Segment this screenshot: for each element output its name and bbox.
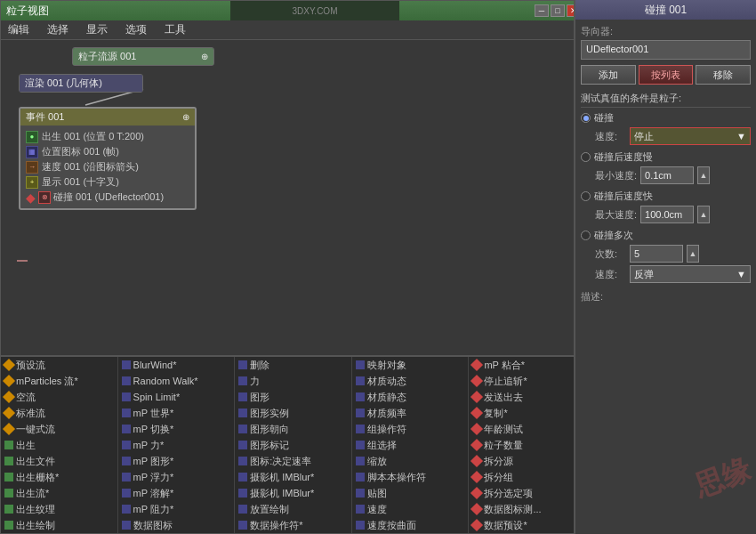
- flow-item[interactable]: mParticles 流*: [1, 373, 117, 389]
- square-icon: [356, 505, 365, 514]
- flow-item[interactable]: 出生绘制: [1, 517, 117, 533]
- collision-radio[interactable]: 碰撞: [581, 111, 751, 125]
- render-node[interactable]: 渲染 001 (几何体): [19, 74, 143, 93]
- flow-item[interactable]: 力: [235, 373, 351, 389]
- add-button[interactable]: 添加: [581, 65, 636, 85]
- slow-radio-label: 碰撞后速度慢: [594, 150, 653, 164]
- square-icon: [238, 489, 247, 498]
- flow-item[interactable]: 材质动态: [352, 373, 469, 389]
- square-icon: [4, 441, 13, 449]
- flow-item[interactable]: 数据图标: [118, 517, 235, 533]
- condition-label: 测试真值的条件是粒子:: [581, 92, 751, 108]
- flow-item[interactable]: 材质静态: [352, 389, 469, 405]
- flow-item[interactable]: 拆分选定项: [469, 485, 585, 501]
- flow-item[interactable]: 组操作符: [352, 421, 469, 437]
- flow-item[interactable]: mP 世界*: [118, 405, 235, 421]
- flow-item[interactable]: 空流: [1, 389, 117, 405]
- flow-item[interactable]: 贴图: [352, 485, 469, 501]
- flow-item[interactable]: 图形实例: [235, 405, 351, 421]
- flow-item[interactable]: mP 切换*: [118, 421, 235, 437]
- flow-item[interactable]: 年龄测试: [469, 421, 585, 437]
- flow-item[interactable]: 图形: [235, 389, 351, 405]
- flow-item[interactable]: 数据图标测...: [469, 501, 585, 517]
- remove-button[interactable]: 移除: [696, 65, 751, 85]
- flow-item[interactable]: 缩放: [352, 453, 469, 469]
- flow-column-1: 预设流 mParticles 流* 空流 标准流 一键式流 出生: [1, 357, 118, 533]
- flow-item[interactable]: 材质频率: [352, 405, 469, 421]
- flow-item[interactable]: 脚本本操作符: [352, 469, 469, 485]
- flow-item[interactable]: 速度: [352, 501, 469, 517]
- flow-item-random[interactable]: Random Walk*: [118, 373, 235, 389]
- menubar: 编辑 选择 显示 选项 工具: [1, 20, 586, 40]
- flow-item[interactable]: mP 浮力*: [118, 469, 235, 485]
- times-up[interactable]: ▲: [687, 245, 699, 263]
- flow-item[interactable]: 摄影机 IMBlur*: [235, 485, 351, 501]
- window-title: 粒子视图: [6, 4, 49, 19]
- menu-edit[interactable]: 编辑: [4, 20, 33, 39]
- min-speed-value[interactable]: 0.1cm: [640, 166, 694, 184]
- flow-item[interactable]: 数据操作符*: [235, 517, 351, 533]
- min-speed-up[interactable]: ▲: [697, 166, 710, 184]
- flow-item[interactable]: mP 溶解*: [118, 485, 235, 501]
- speed-dropdown[interactable]: 停止 ▼: [630, 127, 751, 145]
- flow-item[interactable]: 拆分组: [469, 469, 585, 485]
- square-icon: [122, 521, 131, 530]
- flow-item[interactable]: BlurWind*: [118, 357, 235, 373]
- flow-item[interactable]: 复制*: [469, 405, 585, 421]
- fast-radio[interactable]: 碰撞后速度快: [581, 190, 751, 203]
- menu-select[interactable]: 选择: [44, 20, 72, 39]
- flow-item[interactable]: 拆分源: [469, 453, 585, 469]
- flow-item[interactable]: 出生流*: [1, 485, 117, 501]
- flow-item[interactable]: 摄影机 IMBlur*: [235, 469, 351, 485]
- flow-item[interactable]: 出生: [1, 437, 117, 453]
- list-button[interactable]: 按列表: [639, 65, 694, 85]
- flow-item[interactable]: 发送出去: [469, 389, 585, 405]
- flow-item[interactable]: 删除: [235, 357, 351, 373]
- flow-item[interactable]: Spin Limit*: [118, 389, 235, 405]
- minimize-button[interactable]: ─: [535, 4, 549, 17]
- flow-item[interactable]: 图形朝向: [235, 421, 351, 437]
- flow-item[interactable]: 速度按曲面: [352, 517, 469, 533]
- slow-radio[interactable]: 碰撞后速度慢: [581, 150, 751, 164]
- speed-icon: →: [26, 161, 38, 174]
- source-node[interactable]: 粒子流源 001 ⊕: [72, 47, 214, 66]
- flow-column-3: 删除 力 图形 图形实例 图形朝向 图形标记: [235, 357, 352, 533]
- flow-item[interactable]: 出生栅格*: [1, 469, 117, 485]
- menu-options[interactable]: 选项: [122, 20, 150, 39]
- square-icon: [356, 489, 365, 498]
- flow-item[interactable]: 标准流: [1, 405, 117, 421]
- flow-item[interactable]: 出生文件: [1, 453, 117, 469]
- display-icon: +: [26, 176, 38, 189]
- flow-item[interactable]: mP 阻力*: [118, 501, 235, 517]
- max-speed-up[interactable]: ▲: [697, 206, 710, 223]
- multiple-radio[interactable]: 碰撞多次: [581, 229, 751, 242]
- flow-item[interactable]: 预设流: [1, 357, 117, 373]
- times-value[interactable]: 5: [630, 245, 683, 263]
- flow-item[interactable]: 图标:决定速率: [235, 453, 351, 469]
- flow-item[interactable]: 出生纹理: [1, 501, 117, 517]
- event-node[interactable]: 事件 001 ⊕ ● 出生 001 (位置 0 T:200) ▦ 位置图标 00…: [19, 107, 197, 210]
- flow-item[interactable]: 图形标记: [235, 437, 351, 453]
- flow-item[interactable]: 数据预设*: [469, 517, 585, 533]
- flow-item[interactable]: 粒子数量: [469, 437, 585, 453]
- restore-button[interactable]: □: [551, 4, 565, 17]
- flow-item[interactable]: 放置绘制: [235, 501, 351, 517]
- square-icon: [238, 457, 247, 465]
- collision-titlebar: 碰撞 001: [575, 0, 756, 20]
- flow-item[interactable]: 映射对象: [352, 357, 469, 373]
- dropdown-arrow: ▼: [736, 131, 746, 142]
- square-icon: [238, 376, 247, 385]
- flow-item[interactable]: 停止追斩*: [469, 373, 585, 389]
- flow-item[interactable]: 组选择: [352, 437, 469, 453]
- collision-radio-label: 碰撞: [594, 111, 614, 125]
- flow-item[interactable]: mP 粘合*: [469, 357, 585, 373]
- flow-item[interactable]: mP 图形*: [118, 453, 235, 469]
- bounce-value: 反弹: [634, 268, 654, 281]
- flow-item[interactable]: 一键式流: [1, 421, 117, 437]
- square-icon: [122, 457, 131, 465]
- bounce-dropdown[interactable]: 反弹 ▼: [630, 265, 751, 283]
- menu-display[interactable]: 显示: [83, 20, 111, 39]
- max-speed-value[interactable]: 100.0cm: [640, 206, 694, 223]
- flow-item[interactable]: mP 力*: [118, 437, 235, 453]
- menu-tools[interactable]: 工具: [161, 20, 189, 39]
